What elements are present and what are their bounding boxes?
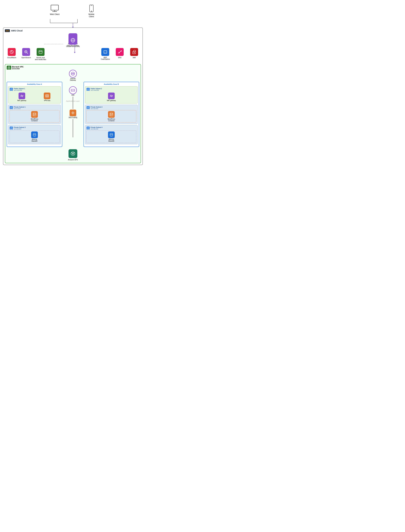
private-subnet-3: Private Subnet 3 10.0.64.0/19 <box>8 125 61 144</box>
private-subnet-4-cidr: 10.0.96.0/19 <box>91 128 102 130</box>
rds-a-icon <box>31 131 38 138</box>
client-connector <box>3 19 143 27</box>
sns-icon <box>116 48 124 56</box>
cloudwatch-label: CloudWatch <box>7 57 16 59</box>
private-subnet-4: Private Subnet 4 10.0.96.0/19 <box>85 125 138 144</box>
subnet-lock-6 <box>87 126 90 130</box>
apps-layer-a: WordPress Container <box>10 110 59 123</box>
vpc-box: Bio-tech VPC 10.0.0.0/16 <box>5 64 141 163</box>
apps-layer-b: WordPress Container <box>87 110 136 123</box>
efs-icon <box>68 149 77 158</box>
nat-gw-a-label: NAT gateway <box>17 100 26 101</box>
s3-service: Assets and and media files <box>34 48 47 60</box>
autoscaling-svg <box>71 111 75 115</box>
private-subnet-3-info: Private Subnet 3 10.0.64.0/19 <box>14 127 26 130</box>
wp-b-label: WordPress Container <box>108 118 115 122</box>
private-subnet-1-title: Private Subnet 1 <box>14 106 26 108</box>
igw-label: Internet Gateway <box>68 78 78 81</box>
wp-b-svg <box>109 112 114 116</box>
subnet-lock-4 <box>87 88 90 91</box>
autoscaling-label: Auto Scaling <box>69 117 77 118</box>
subnet-lock-2 <box>10 106 13 109</box>
svg-point-4 <box>91 11 92 12</box>
web-client: Web Client <box>50 5 59 18</box>
private-subnet-3-label: Private Subnet 3 10.0.64.0/19 <box>10 126 59 130</box>
svg-point-38 <box>11 90 12 90</box>
autoscaling-data-line <box>73 119 73 137</box>
svg-marker-62 <box>73 114 73 114</box>
services-row: CloudWatch <box>5 47 141 62</box>
alb-autoscaling-line <box>73 97 73 109</box>
rds-a: RDS for MariaDB <box>29 131 40 142</box>
svg-point-33 <box>9 68 9 68</box>
data-layer-b: RDS for MariaDB <box>87 130 136 143</box>
az-a-label: Availability Zone A <box>8 83 61 85</box>
svg-marker-64 <box>74 112 74 113</box>
rds-b-label: RDS for MariaDB <box>108 139 115 142</box>
rds-b-svg <box>109 133 114 137</box>
cloudwatch-icon-svg <box>9 50 14 54</box>
wp-b-icon <box>108 111 115 118</box>
igw-component: Internet Gateway <box>68 70 78 81</box>
subnet-lock-5 <box>87 106 90 109</box>
private-subnet-4-info: Private Subnet 4 10.0.96.0/19 <box>91 127 102 130</box>
private-subnet-1-info: Private Subnet 1 10.0.0.0/19 <box>14 106 26 109</box>
nat-gw-b-svg <box>109 94 114 98</box>
svg-point-58 <box>74 90 74 91</box>
vpc-name: Bio-tech VPC <box>12 66 24 68</box>
diagram-container: Web Client Mobile Client <box>0 0 146 168</box>
aws-header: aws AWS Cloud <box>5 29 141 32</box>
cloudwatch-service: CloudWatch <box>6 48 18 59</box>
alb-label: ALB <box>72 94 74 96</box>
svg-point-27 <box>134 52 135 53</box>
public-subnet-1-label: Public Subnet 1 10.0.128.0/20 <box>10 88 59 91</box>
svg-point-57 <box>73 90 73 91</box>
subnet-lock-3 <box>10 126 13 130</box>
svg-point-75 <box>112 114 113 114</box>
private-subnet-2: Private Subnet 2 10.0.32.0/19 <box>85 105 138 124</box>
svg-text:</>: </> <box>104 51 107 53</box>
svg-point-46 <box>11 108 12 109</box>
vpc-name-text: Bio-tech VPC 10.0.0.0/16 <box>12 66 24 70</box>
svg-rect-0 <box>51 5 59 10</box>
svg-line-15 <box>27 53 28 54</box>
iam-icon <box>130 48 138 56</box>
mobile-client: Mobile Client <box>87 5 96 18</box>
nat-gw-b-label: NAT gateway <box>107 100 116 101</box>
iam-svg <box>132 50 136 54</box>
rds-a-svg <box>32 133 37 137</box>
codepipeline-icon: </> <box>101 48 109 56</box>
public-subnet-1-info: Public Subnet 1 10.0.128.0/20 <box>14 88 25 91</box>
left-services: CloudWatch <box>6 48 47 60</box>
private-subnet-4-title: Private Subnet 4 <box>91 127 102 128</box>
svg-marker-61 <box>73 111 73 112</box>
cloudfront-service: CloudFront (CDN) <box>66 36 80 47</box>
svg-point-52 <box>11 129 12 129</box>
svg-point-67 <box>88 90 88 90</box>
cloudfront-icon <box>68 36 77 45</box>
private-subnet-1: Private Subnet 1 10.0.0.0/19 <box>8 105 61 124</box>
rds-b: RDS for MariaDB <box>106 131 117 142</box>
mobile-client-label: Mobile Client <box>88 13 94 18</box>
public-subnet-1-content: NAT gateway <box>10 92 59 102</box>
route53-services-area: 53 bio-tech.com DNS Resolution <box>5 33 141 62</box>
nat-gw-b-icon <box>108 93 115 99</box>
efs-svg <box>70 151 75 156</box>
aws-cloud-label: AWS Cloud <box>11 29 22 32</box>
vpn-a-icon <box>44 93 50 99</box>
svg-point-43 <box>47 95 47 96</box>
web-client-icon <box>50 5 59 12</box>
igw-icon-svg <box>71 71 75 76</box>
wp-a: WordPress Container <box>29 111 40 122</box>
az-b-box: Availability Zone B <box>84 82 139 147</box>
az-row: Availability Zone A <box>7 82 139 147</box>
codepipeline-label: AWS CodePipeline <box>99 57 111 60</box>
iam-label: IAM <box>133 57 136 59</box>
vpc-lock-icon <box>7 66 10 69</box>
svg-point-49 <box>35 114 36 114</box>
public-subnet-1-cidr: 10.0.128.0/20 <box>14 89 25 91</box>
client-lines-svg <box>3 19 143 27</box>
private-subnet-4-label: Private Subnet 4 10.0.96.0/19 <box>87 126 136 130</box>
svg-point-56 <box>72 90 72 91</box>
iam-service: IAM <box>128 48 140 59</box>
